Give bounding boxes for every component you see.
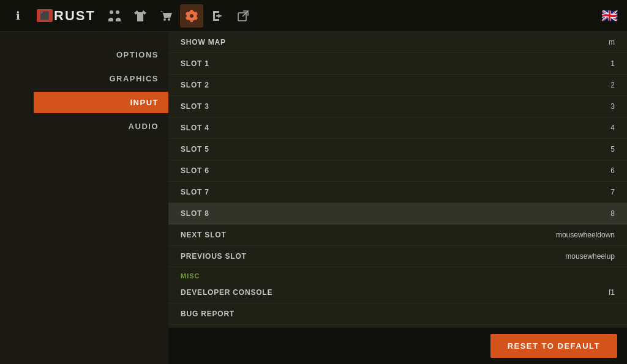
players-icon[interactable] <box>103 4 126 28</box>
table-row[interactable]: SLOT 4 4 <box>168 117 627 139</box>
keybind-label: SLOT 5 <box>181 145 209 154</box>
keybind-value: 2 <box>541 81 615 89</box>
rust-logo-box: ⬛ <box>37 9 53 22</box>
svg-rect-0 <box>110 10 113 14</box>
svg-line-6 <box>242 11 248 17</box>
rust-logo-text: RUST <box>54 8 96 24</box>
topbar: ℹ ⬛ RUST <box>0 0 627 32</box>
keybind-label: SLOT 6 <box>181 166 209 175</box>
table-row[interactable]: SLOT 2 2 <box>168 75 627 96</box>
rust-logo[interactable]: ⬛ RUST <box>32 8 100 24</box>
table-row[interactable]: SLOT 5 5 <box>168 139 627 160</box>
svg-point-3 <box>168 18 170 21</box>
keybind-value: 7 <box>541 188 615 196</box>
keybind-value: mousewheelup <box>541 252 615 261</box>
keybind-value: f1 <box>541 288 615 297</box>
table-row[interactable]: DEVELOPER CONSOLE f1 <box>168 282 627 303</box>
keybind-value: m <box>541 38 615 46</box>
sidebar-item-audio[interactable]: AUDIO <box>34 116 168 137</box>
sidebar-item-graphics[interactable]: GRAPHICS <box>34 68 168 89</box>
table-row[interactable]: PREVIOUS SLOT mousewheelup <box>168 246 627 267</box>
keybind-label: PREVIOUS SLOT <box>181 252 247 261</box>
keybind-label: SHOW MAP <box>181 38 226 46</box>
right-panel: SHOW MAP m SLOT 1 1 SLOT 2 2 SLOT 3 3 SL… <box>168 32 627 364</box>
keybind-value: 4 <box>541 124 615 132</box>
keybind-label: NEXT SLOT <box>181 231 227 239</box>
keybind-label: SLOT 2 <box>181 81 209 89</box>
keybind-label: SLOT 1 <box>181 59 209 68</box>
keybind-value: 3 <box>541 102 615 111</box>
flag-icon[interactable]: 🇬🇧 <box>598 4 621 28</box>
keybind-value: mousewheeldown <box>541 231 615 239</box>
keybind-label: DEVELOPER CONSOLE <box>181 288 272 297</box>
table-row[interactable]: SHOW MAP m <box>168 32 627 53</box>
table-row[interactable]: SLOT 6 6 <box>168 160 627 182</box>
sidebar-item-input[interactable]: INPUT <box>34 92 168 113</box>
keybind-label: SLOT 8 <box>181 209 209 218</box>
table-row[interactable]: SLOT 8 8 <box>168 203 627 225</box>
keybind-list: SHOW MAP m SLOT 1 1 SLOT 2 2 SLOT 3 3 SL… <box>168 32 627 327</box>
cart-icon[interactable] <box>154 4 178 28</box>
info-icon[interactable]: ℹ <box>6 4 29 28</box>
table-row[interactable]: NEXT SLOT mousewheeldown <box>168 225 627 246</box>
sidebar-item-options[interactable]: OPTIONS <box>34 44 168 65</box>
misc-section-header: MISC <box>168 267 627 282</box>
topbar-left: ℹ ⬛ RUST <box>6 4 255 28</box>
table-row[interactable]: BUG REPORT <box>168 303 627 325</box>
shirt-icon[interactable] <box>129 4 152 28</box>
svg-rect-1 <box>116 10 119 14</box>
sidebar: OPTIONS GRAPHICS INPUT AUDIO <box>0 32 168 364</box>
external-link-icon[interactable] <box>231 4 255 28</box>
reset-to-default-button[interactable]: RESET TO DEFAULT <box>490 334 617 358</box>
keybind-label: SLOT 7 <box>181 188 209 196</box>
keybind-label: SLOT 3 <box>181 102 209 111</box>
bottom-bar: RESET TO DEFAULT <box>168 327 627 364</box>
keybind-value: 6 <box>541 166 615 175</box>
table-row[interactable]: SLOT 7 7 <box>168 182 627 203</box>
keybind-value: 8 <box>541 209 615 218</box>
main-content: OPTIONS GRAPHICS INPUT AUDIO SHOW MAP m … <box>0 32 627 364</box>
keybind-value: 1 <box>541 59 615 68</box>
keybind-value: 5 <box>541 145 615 154</box>
exit-icon[interactable] <box>206 4 229 28</box>
table-row[interactable]: SLOT 1 1 <box>168 53 627 75</box>
topbar-right: 🇬🇧 <box>598 4 621 28</box>
svg-point-2 <box>163 18 166 21</box>
keybind-label: SLOT 4 <box>181 124 209 132</box>
settings-icon[interactable] <box>180 4 203 28</box>
table-row[interactable]: SLOT 3 3 <box>168 96 627 117</box>
keybind-label: BUG REPORT <box>181 310 235 318</box>
